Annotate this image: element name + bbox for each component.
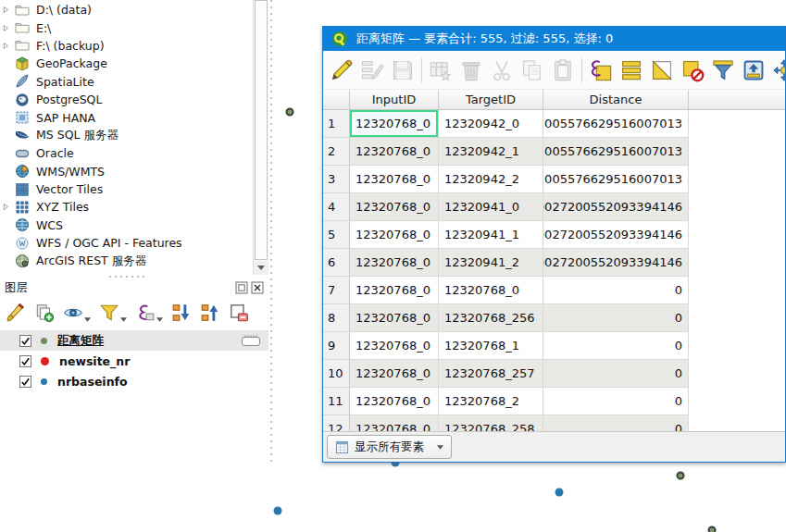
- cell-distance[interactable]: 0.0027200552093394146: [543, 249, 689, 277]
- cell-inputid[interactable]: 12320768_0: [350, 193, 439, 221]
- browser-item-arcgis-rest[interactable]: ArcGIS REST 服务器: [0, 252, 253, 269]
- float-panel-icon[interactable]: [235, 281, 248, 294]
- row-number-cell[interactable]: 4: [323, 193, 350, 221]
- layer-item-item[interactable]: 距离矩阵: [0, 330, 268, 351]
- filter-select-icon[interactable]: [711, 58, 735, 82]
- expand-chevron-icon[interactable]: [3, 41, 15, 50]
- layer-item-nrbaseinfo[interactable]: nrbaseinfo: [0, 371, 268, 391]
- collapse-all-button[interactable]: [200, 303, 220, 323]
- browser-item-geopackage[interactable]: GeoPackage: [0, 55, 253, 72]
- cell-inputid[interactable]: 12320768_0: [350, 304, 439, 332]
- column-header-distance[interactable]: Distance: [543, 90, 689, 109]
- invert-selection-icon[interactable]: [650, 58, 674, 82]
- cell-targetid[interactable]: 12320941_0: [439, 193, 543, 221]
- browser-item-spatialite[interactable]: SpatiaLite: [0, 73, 253, 91]
- cell-targetid[interactable]: 12320941_1: [439, 221, 543, 249]
- cell-targetid[interactable]: 12320768_0: [439, 277, 543, 304]
- row-number-cell[interactable]: 12: [323, 415, 350, 431]
- expand-chevron-icon[interactable]: [3, 6, 15, 15]
- cell-inputid[interactable]: 12320768_0: [350, 415, 439, 431]
- panel-splitter-horizontal[interactable]: [109, 276, 146, 278]
- browser-item-oracle[interactable]: Oracle: [0, 144, 253, 162]
- cell-distance[interactable]: 0: [543, 360, 689, 388]
- row-number-cell[interactable]: 2: [323, 138, 350, 166]
- layer-visibility-checkbox[interactable]: [19, 376, 31, 388]
- cell-targetid[interactable]: 12320942_0: [439, 110, 543, 138]
- close-panel-icon[interactable]: [251, 281, 264, 294]
- row-number-cell[interactable]: 9: [323, 332, 350, 360]
- cell-distance[interactable]: 0.005576629516007013: [543, 138, 689, 166]
- browser-scrollbar[interactable]: [253, 0, 268, 275]
- move-selection-top-icon[interactable]: [742, 58, 766, 82]
- remove-layer-button[interactable]: [229, 303, 249, 323]
- cell-inputid[interactable]: 12320768_0: [350, 138, 439, 166]
- open-layer-styling-button[interactable]: [6, 303, 26, 323]
- filter-expression-button[interactable]: [135, 303, 163, 323]
- cell-distance[interactable]: 0.005576629516007013: [543, 166, 689, 193]
- cell-inputid[interactable]: 12320768_0: [350, 332, 439, 360]
- browser-item-vector-tiles[interactable]: Vector Tiles: [0, 180, 253, 198]
- select-by-expression-icon[interactable]: [589, 58, 613, 82]
- layer-visibility-checkbox[interactable]: [19, 355, 31, 367]
- layer-item-newsite-nr[interactable]: newsite_nr: [0, 351, 268, 371]
- row-number-cell[interactable]: 8: [323, 304, 350, 332]
- column-header-targetid[interactable]: TargetID: [439, 90, 543, 109]
- cell-targetid[interactable]: 12320768_1: [439, 332, 543, 360]
- deselect-all-icon[interactable]: [680, 58, 705, 82]
- row-number-cell[interactable]: 6: [323, 249, 350, 277]
- cell-targetid[interactable]: 12320768_256: [439, 304, 543, 332]
- scrollbar-down-button[interactable]: [254, 261, 268, 275]
- browser-item-wcs[interactable]: WCS: [0, 217, 253, 234]
- row-number-cell[interactable]: 11: [323, 388, 350, 415]
- window-titlebar[interactable]: 距离矩阵 — 要素合计: 555, 过滤: 555, 选择: 0: [323, 27, 785, 51]
- browser-item-d-data[interactable]: D:\ (data): [0, 1, 253, 19]
- layer-visibility-checkbox[interactable]: [19, 335, 31, 347]
- browser-item-e[interactable]: E:\: [0, 19, 253, 36]
- cell-targetid[interactable]: 12320942_2: [439, 166, 543, 193]
- row-number-cell[interactable]: 3: [323, 166, 350, 193]
- cell-targetid[interactable]: 12320942_1: [439, 138, 543, 166]
- row-number-cell[interactable]: 1: [323, 110, 350, 138]
- cell-inputid[interactable]: 12320768_0: [350, 110, 439, 138]
- cell-inputid[interactable]: 12320768_0: [350, 166, 439, 193]
- toggle-editing-icon[interactable]: [330, 58, 354, 82]
- filter-legend-button[interactable]: [99, 303, 127, 323]
- browser-item-f-backup[interactable]: F:\ (backup): [0, 37, 253, 55]
- memory-layer-icon[interactable]: [240, 334, 262, 348]
- browser-item-wfs-ogc-api-features[interactable]: WFS / OGC API - Features: [0, 234, 253, 252]
- cell-targetid[interactable]: 12320941_2: [439, 249, 543, 277]
- cell-distance[interactable]: 0: [543, 388, 689, 415]
- cell-inputid[interactable]: 12320768_0: [350, 221, 439, 249]
- cell-inputid[interactable]: 12320768_0: [350, 388, 439, 415]
- manage-map-themes-button[interactable]: [63, 303, 91, 323]
- row-number-cell[interactable]: 7: [323, 277, 350, 304]
- cell-distance[interactable]: 0: [543, 304, 689, 332]
- column-header-inputid[interactable]: InputID: [350, 90, 439, 109]
- expand-chevron-icon[interactable]: [3, 203, 15, 212]
- browser-item-xyz-tiles[interactable]: XYZ Tiles: [0, 198, 253, 216]
- feature-filter-button[interactable]: 显示所有要素: [327, 435, 452, 459]
- cell-inputid[interactable]: 12320768_0: [350, 277, 439, 304]
- row-number-cell[interactable]: 5: [323, 221, 350, 249]
- cell-distance[interactable]: 0: [543, 277, 689, 304]
- browser-item-wms-wmts[interactable]: WMS/WMTS: [0, 163, 253, 180]
- browser-item-postgresql[interactable]: PostgreSQL: [0, 91, 253, 108]
- scrollbar-thumb[interactable]: [255, 0, 268, 260]
- cell-distance[interactable]: 0.0027200552093394146: [543, 221, 689, 249]
- browser-item-ms-sql[interactable]: MS SQL 服务器: [0, 127, 253, 144]
- cell-targetid[interactable]: 12320768_258: [439, 415, 543, 431]
- add-group-button[interactable]: [34, 303, 55, 323]
- cell-targetid[interactable]: 12320768_257: [439, 360, 543, 388]
- cell-targetid[interactable]: 12320768_2: [439, 388, 543, 415]
- cell-distance[interactable]: 0: [543, 415, 689, 431]
- cell-inputid[interactable]: 12320768_0: [350, 249, 439, 277]
- cell-distance[interactable]: 0.005576629516007013: [543, 110, 689, 138]
- row-number-cell[interactable]: 10: [323, 360, 350, 388]
- select-all-icon[interactable]: [619, 58, 643, 82]
- expand-all-button[interactable]: [171, 303, 192, 323]
- panel-splitter-vertical[interactable]: [270, 0, 272, 465]
- cell-distance[interactable]: 0.0027200552093394146: [543, 193, 689, 221]
- browser-item-sap-hana[interactable]: SAP HANA: [0, 108, 253, 126]
- expand-chevron-icon[interactable]: [3, 23, 15, 32]
- pan-to-selection-icon[interactable]: [772, 58, 785, 82]
